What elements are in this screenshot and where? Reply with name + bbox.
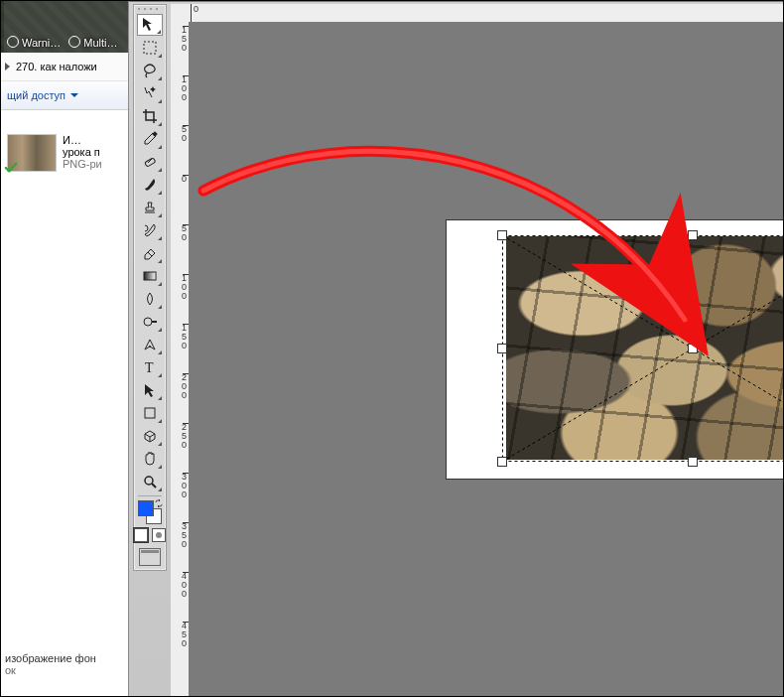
svg-rect-12 — [503, 236, 784, 462]
crop-tool[interactable] — [137, 105, 163, 127]
statusbar-text: изображение фон ок — [5, 652, 96, 676]
svg-rect-2 — [145, 158, 156, 167]
svg-point-7 — [149, 346, 151, 348]
preview-caption: Multi… — [68, 35, 117, 49]
dodge-tool[interactable] — [137, 311, 163, 333]
ruler-origin[interactable] — [171, 4, 190, 23]
color-swatches[interactable] — [138, 500, 162, 524]
transform-handle-sw[interactable] — [497, 457, 507, 467]
preview-caption: Warni… — [7, 35, 61, 49]
explorer-folder-preview: Warni… Multi… — [1, 1, 128, 53]
file-list-item[interactable]: И… урока п PNG-ри — [1, 134, 128, 172]
checkmark-icon — [4, 161, 18, 175]
screen-mode-toggle[interactable] — [139, 548, 161, 566]
swap-colors-icon[interactable] — [155, 499, 163, 507]
ruler-label: 100 — [171, 75, 189, 102]
eyedropper-tool[interactable] — [137, 128, 163, 150]
svg-line-11 — [152, 484, 156, 488]
path-select-tool[interactable] — [137, 379, 163, 401]
move-tool[interactable] — [137, 14, 163, 36]
file-type-line: PNG-ри — [63, 158, 102, 170]
ruler-label: 150 — [171, 26, 189, 53]
transform-handle-s[interactable] — [688, 457, 698, 467]
ruler-label: 100 — [171, 274, 189, 301]
breadcrumb[interactable]: 270. как наложи — [1, 53, 128, 81]
brush-tool[interactable] — [137, 174, 163, 196]
ruler-label: 150 — [171, 324, 189, 350]
ruler-label: 300 — [171, 473, 189, 499]
zoom-tool[interactable] — [137, 471, 163, 492]
ruler-label: 50 — [171, 224, 189, 242]
healing-brush-tool[interactable] — [137, 151, 163, 173]
ruler-label: 450 — [171, 622, 189, 648]
share-label: щий доступ — [7, 89, 65, 101]
svg-rect-0 — [144, 42, 156, 54]
quick-select-tool[interactable] — [137, 82, 163, 104]
stamp-tool[interactable] — [137, 197, 163, 218]
svg-point-10 — [145, 477, 153, 485]
svg-line-14 — [502, 235, 783, 462]
ruler-label: 0 — [171, 175, 189, 184]
pen-tool[interactable] — [137, 334, 163, 355]
ruler-label: 0 — [194, 4, 198, 14]
type-tool[interactable]: T — [137, 356, 163, 378]
blur-tool[interactable] — [137, 288, 163, 310]
vertical-ruler[interactable]: 15010050050100150200250300350400450 — [171, 22, 190, 696]
history-brush-tool[interactable] — [137, 219, 163, 241]
marquee-tool[interactable] — [137, 37, 163, 59]
lasso-tool[interactable] — [137, 60, 163, 81]
3d-tool[interactable] — [137, 425, 163, 447]
svg-rect-9 — [145, 408, 155, 418]
file-name-line: урока п — [63, 146, 102, 158]
ruler-label: 400 — [171, 572, 189, 599]
standard-mode-icon[interactable] — [134, 528, 148, 542]
chevron-down-icon — [70, 93, 78, 97]
horizontal-ruler[interactable]: 0 — [189, 4, 783, 23]
shape-tool[interactable] — [137, 402, 163, 424]
transform-handle-w[interactable] — [497, 344, 507, 353]
svg-text:T: T — [145, 360, 154, 375]
quickmask-mode-icon[interactable] — [152, 528, 166, 542]
image-editor: T — [129, 1, 783, 696]
svg-rect-4 — [144, 272, 156, 280]
file-name-line: И… — [63, 134, 102, 146]
transform-center-point[interactable] — [688, 344, 698, 353]
toolbox: T — [133, 4, 167, 571]
foreground-color-swatch[interactable] — [138, 500, 154, 516]
panel-grip[interactable] — [134, 5, 166, 13]
canvas-background[interactable] — [189, 22, 783, 696]
file-thumbnail — [7, 134, 57, 172]
chevron-right-icon — [5, 63, 10, 70]
transform-handle-nw[interactable] — [497, 230, 507, 240]
eraser-tool[interactable] — [137, 242, 163, 264]
file-explorer-panel: Warni… Multi… 270. как наложи щий доступ… — [1, 1, 129, 696]
transform-handle-n[interactable] — [688, 230, 698, 240]
ruler-label: 200 — [171, 373, 189, 400]
svg-point-5 — [144, 318, 152, 326]
ruler-label: 250 — [171, 423, 189, 450]
ruler-area: 0 15010050050100150200250300350400450 — [171, 4, 783, 696]
svg-line-13 — [502, 235, 783, 462]
ruler-label: 350 — [171, 522, 189, 549]
free-transform-box[interactable] — [502, 235, 783, 462]
gradient-tool[interactable] — [137, 265, 163, 287]
share-dropdown[interactable]: щий доступ — [1, 81, 128, 110]
breadcrumb-label: 270. как наложи — [16, 61, 97, 72]
svg-rect-1 — [152, 131, 158, 137]
hand-tool[interactable] — [137, 448, 163, 470]
ruler-label: 50 — [171, 125, 189, 143]
